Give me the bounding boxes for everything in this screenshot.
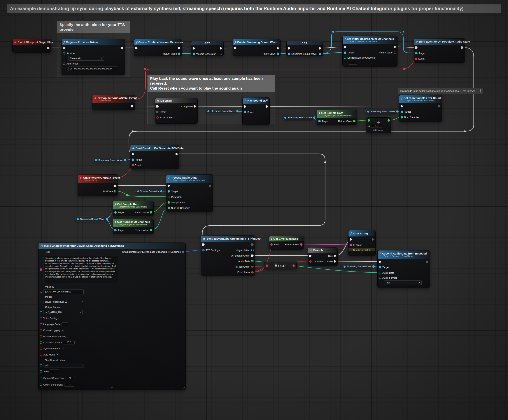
seed-pin[interactable]: [40, 370, 42, 373]
reroute-dot[interactable]: [464, 130, 466, 132]
exec-pin[interactable]: [202, 243, 205, 246]
dropdown[interactable]: eleven_multilingual_v2▾: [43, 300, 84, 304]
exec-pin[interactable]: [372, 238, 374, 241]
circle-pin[interactable]: [388, 119, 390, 122]
get-sample-rate-1[interactable]: ƒGet Sample RateTarget is Imported Sound…: [317, 110, 357, 125]
append-audio-data-from-encoded[interactable]: ƒAppend Audio Data from EncodedTarget is…: [377, 250, 430, 288]
exec-pin[interactable]: [234, 47, 236, 49]
event-blueprint-begin-play[interactable]: ◆Event Blueprint Begin Play▣: [12, 39, 51, 52]
exec-pin[interactable]: [131, 105, 133, 107]
value-box[interactable]: [61, 322, 68, 326]
in-string-pin[interactable]: [350, 244, 352, 246]
var-streaming-sound-wave-1[interactable]: Streaming Sound Wave: [206, 109, 236, 114]
exec-pin[interactable]: [379, 261, 381, 263]
var-streaming-sound-wave-5[interactable]: Streaming Sound Wave: [75, 217, 106, 222]
on-populate-audio-state-event[interactable]: ◆OnPopulateAudioState_EventCustom Event: [92, 95, 135, 110]
var-streaming-sound-wave-4[interactable]: Streaming Sound Wave: [93, 158, 124, 163]
exec-pin[interactable]: [244, 105, 246, 108]
async-action-pin[interactable]: [251, 249, 254, 251]
circle-pin[interactable]: [368, 125, 370, 127]
event-pin[interactable]: [415, 58, 417, 60]
checkbox[interactable]: [61, 347, 64, 350]
exec-pin[interactable]: [394, 46, 396, 48]
return-value-pin[interactable]: [394, 52, 396, 54]
exec-pin[interactable]: [121, 47, 124, 49]
exec-pin[interactable]: [47, 47, 50, 49]
chevron-down-icon[interactable]: ▾: [348, 251, 375, 254]
return-value-pin[interactable]: [178, 52, 180, 55]
do-once[interactable]: ⇉Do OnceCompletedResetStart Closed: [155, 98, 198, 124]
exec-pin[interactable]: [461, 46, 464, 49]
exec-pin[interactable]: [319, 47, 321, 50]
variable-out-pin[interactable]: [396, 110, 398, 112]
resize-handle-icon[interactable]: ⋰: [122, 72, 124, 75]
on-stream-chunk-pin[interactable]: [251, 255, 254, 257]
reroute-dot[interactable]: [132, 130, 134, 132]
exec-pin[interactable]: [438, 105, 440, 107]
send-elevenlabs-streaming-tts-request[interactable]: ▣Send ElevenLabs Streaming TTS Request◷T…: [201, 235, 255, 276]
play-sound-2d[interactable]: ƒPlay Sound 2D▣Sound: [243, 97, 270, 125]
exec-pin[interactable]: [209, 185, 211, 187]
variable-out-pin[interactable]: [236, 110, 239, 112]
target-pin[interactable]: [401, 111, 403, 113]
get-sample-rate-2[interactable]: ƒGet Sample RateTarget is Imported Sound…: [113, 201, 154, 216]
exec-pin[interactable]: [288, 47, 290, 50]
condition-pin[interactable]: [309, 260, 312, 262]
target-pin[interactable]: [114, 229, 117, 231]
error-reroute[interactable]: Error: [264, 262, 296, 269]
inactivity-timeout-pin[interactable]: [40, 341, 42, 344]
reroute-dot[interactable]: [332, 31, 334, 33]
bind-event-to-on-populate-audio-state[interactable]: ◈Bind Event to On Populate Audio StateTa…: [414, 38, 465, 63]
exec-pin[interactable]: [114, 185, 116, 187]
circle-pin[interactable]: [40, 364, 42, 367]
reset-pin[interactable]: [156, 111, 159, 113]
auth-token-pin[interactable]: [63, 62, 65, 65]
checkbox[interactable]: [174, 116, 177, 119]
sample-rate-pin[interactable]: [168, 201, 170, 204]
var-streaming-sound-wave-2[interactable]: Streaming Sound Wave: [283, 115, 313, 120]
error-out-pin[interactable]: [293, 264, 295, 267]
exec-pin[interactable]: [415, 46, 418, 49]
exec-pin[interactable]: [193, 47, 195, 50]
exec-pin[interactable]: [266, 105, 268, 108]
value-box[interactable]: 40: [66, 376, 75, 380]
reroute-dot[interactable]: [403, 31, 404, 33]
text-area[interactable]: Streaming synthesis output begins with a…: [43, 256, 118, 283]
value-box[interactable]: 100: [371, 124, 382, 128]
on-generate-pcmdata-event[interactable]: ◆OnGeneratePCMData_EventCustom EventPCMD…: [78, 174, 118, 196]
language-code-pin[interactable]: [40, 323, 42, 325]
circle-pin[interactable]: [40, 301, 42, 303]
variable-out-pin[interactable]: [372, 265, 375, 268]
exec-pin[interactable]: [344, 46, 346, 48]
audio-data-pin[interactable]: [251, 260, 254, 262]
exec-pin[interactable]: [251, 243, 254, 246]
exec-pin[interactable]: [220, 47, 222, 50]
create-streaming-sound-wave[interactable]: ƒCreate Streaming Sound WaveReturn Value: [233, 39, 280, 56]
checkbox[interactable]: ✔: [56, 353, 59, 356]
num-samples-pin[interactable]: [401, 116, 403, 119]
dropdown[interactable]: mp3▾: [384, 280, 422, 285]
reroute-dot[interactable]: [126, 195, 128, 196]
branch[interactable]: ⇄BranchTrueConditionFalse: [308, 247, 338, 266]
print-string[interactable]: ƒPrint StringIn StringDevelopment Only▾: [348, 230, 375, 256]
divide[interactable]: ÷100Add pin ⊕: [366, 117, 391, 133]
set-streaming-sound-wave[interactable]: SETStreaming Sound Wave: [287, 41, 323, 56]
variable-out-pin[interactable]: [106, 218, 108, 220]
tts-settings-pin[interactable]: [202, 249, 205, 251]
event-pin[interactable]: [132, 164, 134, 166]
register-provider-token[interactable]: ƒRegister Provider TokenProviderElevenLa…: [61, 39, 125, 75]
return-value-pin[interactable]: [277, 52, 279, 55]
make-chatbot-integrator-elevenlabs-streaming-ttssettings[interactable]: ▤Make Chatbot Integrator Eleven Labs Str…: [38, 242, 186, 390]
target-pin[interactable]: [379, 266, 381, 269]
provider-pin[interactable]: [63, 52, 65, 54]
dropdown[interactable]: ElevenLabs▾: [68, 56, 104, 61]
circle-pin[interactable]: [319, 53, 321, 55]
start-closed-pin[interactable]: [156, 116, 159, 119]
chunk-send-delay-pin[interactable]: [40, 383, 42, 386]
process-audio-data[interactable]: ƒProcess Audio DataTarget is Runtime Vis…: [166, 174, 213, 212]
collapse-chevron[interactable]: ⌃: [38, 387, 185, 390]
resize-handle-icon[interactable]: ⋰: [182, 387, 185, 390]
auto-mode-pin[interactable]: [40, 353, 42, 356]
variable-out-pin[interactable]: [313, 116, 315, 119]
optimal-chunk-size-pin[interactable]: [40, 377, 42, 379]
